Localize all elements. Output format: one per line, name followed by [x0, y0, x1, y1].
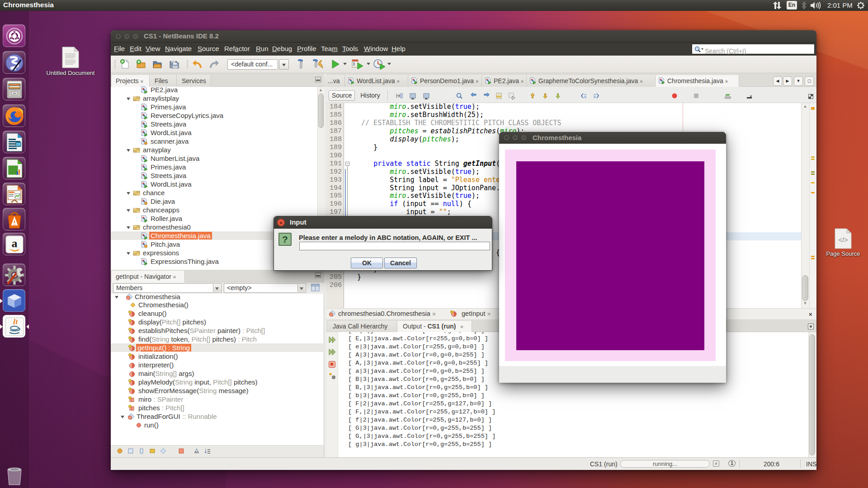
svg-text:</>: </>	[838, 236, 848, 244]
svg-text:a: a	[12, 237, 18, 250]
svg-text:az: az	[195, 450, 198, 454]
